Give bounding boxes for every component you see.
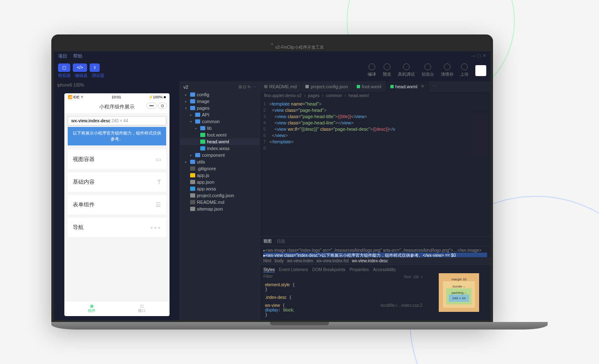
device-label[interactable]: iphone6 100%	[54, 81, 180, 89]
highlighted-element[interactable]: 以下将展示小程序官方组件能力，组件样式仅供参考。	[68, 127, 166, 145]
tree-node[interactable]: ▾common	[180, 118, 260, 125]
editor-tab[interactable]: README.md	[260, 81, 301, 92]
avatar[interactable]	[475, 65, 486, 76]
breadcrumbs[interactable]: fino-applet-demo-v2 › pages › common › h…	[260, 92, 490, 100]
tab-simulator[interactable]: ▢	[58, 63, 70, 72]
tree-node[interactable]: app.js	[180, 172, 260, 179]
tree-node[interactable]: .gitignore	[180, 165, 260, 172]
styles-tab[interactable]: Accessibility	[373, 267, 396, 272]
css-rule[interactable]: wx-view { localfile:/…index.css:2 displa…	[262, 301, 426, 319]
css-rule[interactable]: .index-desc { </span><br> <span class="p…	[262, 293, 426, 301]
action-清缓存[interactable]: 清缓存	[441, 63, 453, 77]
line-gutter: 12345678	[260, 100, 269, 236]
tree-node[interactable]: ▸lib	[180, 125, 260, 132]
status-carrier: 📶 IDE ᯤ	[68, 95, 85, 99]
tree-node[interactable]: ▸API	[180, 111, 260, 118]
tree-node[interactable]: ▸image	[180, 98, 260, 105]
tree-node[interactable]: ▸config	[180, 91, 260, 98]
simulator-panel: iphone6 100% 📶 IDE ᯤ 10:01 ⚡100% ■ 小程序组件…	[54, 81, 180, 320]
tab-editor-label: 编辑器	[75, 73, 87, 79]
action-编译[interactable]: 编译	[368, 63, 376, 77]
nav-api[interactable]: ◫接口	[117, 304, 167, 314]
action-真机调试[interactable]: 真机调试	[398, 63, 415, 77]
explorer-root[interactable]: v2	[183, 84, 188, 90]
status-battery: ⚡100% ■	[148, 95, 166, 99]
tree-node[interactable]: ▸component	[180, 152, 260, 158]
window-title: v2-FinClip小程序开发工具	[274, 44, 324, 51]
tab-debugger[interactable]: ⫴	[90, 63, 100, 72]
code-area[interactable]: <template name="head"> <view class="page…	[269, 100, 490, 236]
tabs-more[interactable]: ⋯	[429, 81, 440, 92]
window-controls[interactable]: — ▢ ✕	[471, 53, 486, 59]
dom-inspector[interactable]: ▸<wx-image class="index-logo" src="../re…	[260, 246, 490, 257]
tab-editor[interactable]: </>	[73, 63, 87, 72]
toolbar: ▢ </> ⫴ 模拟器 编辑器 调试器 编译预览真机调试切后台清缓存上传	[54, 61, 490, 81]
ide-screen: v2-FinClip小程序开发工具 项目 帮助 — ▢ ✕ ▢ </> ⫴ 模拟…	[54, 51, 490, 320]
box-model: margin 10 border – padding – 240 × 44	[427, 265, 490, 320]
action-切后台[interactable]: 切后台	[421, 63, 434, 77]
tree-node[interactable]: app.wxss	[180, 185, 260, 192]
tree-node[interactable]: project.config.json	[180, 192, 260, 199]
devtools-tab-console[interactable]: 日志	[277, 238, 285, 244]
tree-node[interactable]: sitemap.json	[180, 206, 260, 212]
styles-tab[interactable]: Properties	[350, 267, 369, 272]
dom-breadcrumbs[interactable]: htmlbodywx-view.indexwx-view.index-hdwx-…	[260, 257, 490, 264]
list-item[interactable]: 表单组件☰	[68, 195, 166, 214]
tree-node[interactable]: ▾pages	[180, 105, 260, 111]
camera-dot	[271, 43, 273, 45]
css-rule[interactable]: element.style { }	[262, 281, 426, 293]
file-explorer: v2 ⊞ ⊡ ↻ ⋯ ▸config▸image▾pages▸API▾commo…	[180, 81, 260, 320]
editor-tab[interactable]: foot.wxml	[353, 81, 386, 92]
menubar: 项目 帮助 — ▢ ✕	[54, 51, 490, 61]
devtools-tab-elements[interactable]: 视图	[263, 238, 272, 244]
tree-node[interactable]: head.wxml	[180, 138, 260, 145]
styles-tab[interactable]: Event Listeners	[279, 267, 308, 272]
list-item[interactable]: 视图容器▭	[68, 150, 166, 169]
phone-preview: 📶 IDE ᯤ 10:01 ⚡100% ■ 小程序组件展示 •••⊙ wx-vi…	[64, 93, 170, 316]
menu-project[interactable]: 项目	[58, 53, 67, 59]
editor-tab[interactable]: head.wxml✕	[386, 81, 429, 92]
editor-tab[interactable]: project.config.json	[301, 81, 353, 92]
tree-node[interactable]: index.wxss	[180, 145, 260, 152]
list-item[interactable]: 基础内容T	[68, 172, 166, 192]
styles-hov-cls[interactable]: :hov .cls ＋	[403, 274, 424, 280]
tab-simulator-label: 模拟器	[58, 73, 71, 79]
capsule-close[interactable]: ⊙	[158, 103, 167, 109]
devtools-panel: 视图 日志 ▸<wx-image class="index-logo" src=…	[260, 236, 490, 320]
tab-debugger-label: 调试器	[92, 73, 104, 79]
tree-node[interactable]: ▸utils	[180, 158, 260, 165]
nav-components[interactable]: ▦组件	[67, 304, 117, 314]
action-预览[interactable]: 预览	[383, 63, 391, 77]
menu-help[interactable]: 帮助	[73, 53, 82, 59]
capsule-menu[interactable]: •••	[146, 103, 157, 109]
tree-node[interactable]: foot.wxml	[180, 132, 260, 138]
tree-node[interactable]: README.md	[180, 199, 260, 206]
status-time: 10:01	[111, 95, 121, 99]
styles-filter[interactable]: Filter	[263, 274, 273, 280]
inspect-tooltip: wx-view.index-desc 240 × 44	[68, 116, 166, 125]
minimap[interactable]	[471, 113, 488, 155]
action-上传[interactable]: 上传	[460, 63, 469, 77]
styles-tab[interactable]: Styles	[263, 267, 275, 272]
styles-tab[interactable]: DOM Breakpoints	[312, 267, 345, 272]
explorer-actions[interactable]: ⊞ ⊡ ↻ ⋯	[239, 84, 256, 90]
page-title: 小程序组件展示	[99, 104, 135, 110]
tree-node[interactable]: app.json	[180, 179, 260, 185]
editor-panel: README.mdproject.config.jsonfoot.wxmlhea…	[260, 81, 490, 320]
list-item[interactable]: 导航∘∘∘	[68, 218, 166, 237]
